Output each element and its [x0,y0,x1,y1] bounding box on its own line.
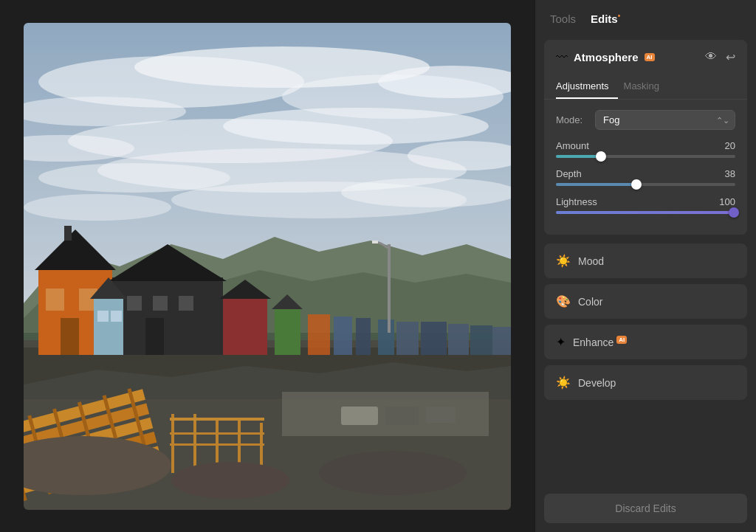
mode-row: Mode: Fog Haze Mist Smoke ⌃⌄ [556,110,735,130]
edits-dot: • [618,12,621,20]
mode-label: Mode: [556,114,589,125]
depth-label: Depth [556,168,582,179]
color-header[interactable]: 🎨 Color [544,284,747,319]
atmosphere-icon: 〰 [556,51,568,64]
lightness-thumb[interactable] [729,207,739,218]
svg-point-72 [171,462,289,499]
sub-tab-masking[interactable]: Masking [624,75,668,99]
svg-rect-23 [46,289,64,311]
photo-canvas [24,23,511,510]
develop-label: Develop [578,377,616,389]
lightness-track-bg [556,211,735,214]
svg-rect-25 [61,318,79,355]
develop-header[interactable]: ☀️ Develop [544,365,747,400]
lightness-slider[interactable] [556,211,735,214]
controls-area: Mode: Fog Haze Mist Smoke ⌃⌄ Amount 20 [544,100,747,235]
ai-badge: AI [645,53,655,61]
color-section[interactable]: 🎨 Color [544,284,747,319]
svg-point-10 [38,163,230,193]
lightness-label: Lightness [556,196,597,207]
svg-rect-44 [378,319,394,355]
amount-thumb[interactable] [596,151,606,162]
amount-label-row: Amount 20 [556,140,735,151]
svg-rect-36 [111,311,122,322]
svg-rect-35 [97,311,109,322]
tabs-header: Tools Edits• [535,0,756,31]
enhance-section[interactable]: ✦ EnhanceAI [544,325,747,359]
atmosphere-actions: 👁 ↩ [705,50,735,64]
svg-rect-51 [372,241,378,243]
atmosphere-section: 〰 Atmosphere AI 👁 ↩ Adjustments Masking … [544,40,747,235]
svg-point-14 [341,178,511,207]
depth-slider-row: Depth 38 [556,168,735,186]
depth-fill [556,183,636,186]
svg-rect-49 [492,327,511,355]
svg-rect-70 [170,443,264,446]
amount-fill [556,155,601,158]
lightness-fill [556,211,734,214]
amount-value: 20 [725,140,735,151]
svg-rect-32 [145,318,164,355]
svg-rect-69 [170,432,264,435]
svg-rect-42 [334,317,352,355]
mood-icon: ☀️ [556,254,571,268]
lightness-slider-row: Lightness 100 [556,196,735,214]
svg-rect-41 [308,314,330,355]
enhance-header[interactable]: ✦ EnhanceAI [544,325,747,359]
mode-select[interactable]: Fog Haze Mist Smoke [595,110,735,130]
develop-section[interactable]: ☀️ Develop [544,365,747,400]
sub-tabs: Adjustments Masking [544,75,747,100]
svg-rect-50 [388,244,391,333]
depth-thumb[interactable] [631,179,642,190]
svg-rect-33 [94,296,123,355]
right-panel: Tools Edits• 〰 Atmosphere AI 👁 ↩ Adjustm… [535,0,756,532]
svg-rect-29 [127,296,142,311]
depth-label-row: Depth 38 [556,168,735,179]
mood-header[interactable]: ☀️ Mood [544,243,747,278]
svg-rect-47 [448,324,469,355]
svg-rect-39 [275,307,300,355]
svg-rect-77 [282,392,489,436]
atmosphere-header: 〰 Atmosphere AI 👁 ↩ [544,40,747,75]
svg-point-73 [319,451,467,495]
mood-label: Mood [578,255,604,267]
develop-icon: ☀️ [556,376,571,390]
mood-section[interactable]: ☀️ Mood [544,243,747,278]
mode-select-wrapper[interactable]: Fog Haze Mist Smoke ⌃⌄ [595,110,735,130]
tab-edits[interactable]: Edits• [591,12,620,31]
color-label: Color [578,296,602,308]
svg-rect-26 [64,226,72,241]
depth-slider[interactable] [556,183,735,186]
atmosphere-title: Atmosphere [574,51,639,63]
atmosphere-left: 〰 Atmosphere AI [556,51,655,64]
svg-rect-30 [153,296,168,311]
spacer [535,403,756,485]
enhance-label: EnhanceAI [573,336,627,348]
svg-rect-43 [356,318,371,355]
amount-slider[interactable] [556,155,735,158]
svg-rect-37 [223,296,267,355]
svg-rect-27 [112,277,223,355]
visibility-icon[interactable]: 👁 [705,50,717,64]
amount-slider-row: Amount 20 [556,140,735,158]
lightness-label-row: Lightness 100 [556,196,735,207]
color-icon: 🎨 [556,294,571,308]
discard-edits-button[interactable]: Discard Edits [544,494,747,523]
lightness-value: 100 [719,196,735,207]
tab-tools[interactable]: Tools [550,13,576,31]
image-panel [0,0,535,532]
depth-track-bg [556,183,735,186]
amount-track-bg [556,155,735,158]
svg-rect-48 [470,325,492,355]
depth-value: 38 [725,168,735,179]
reset-icon[interactable]: ↩ [726,50,735,64]
svg-rect-45 [396,322,419,355]
svg-rect-68 [170,418,264,421]
enhance-icon: ✦ [556,335,566,349]
svg-point-13 [24,194,171,221]
svg-rect-46 [421,322,447,355]
amount-label: Amount [556,140,589,151]
bottom-area: Discard Edits [535,485,756,532]
sub-tab-adjustments[interactable]: Adjustments [556,75,618,99]
enhance-ai-badge: AI [616,336,627,344]
